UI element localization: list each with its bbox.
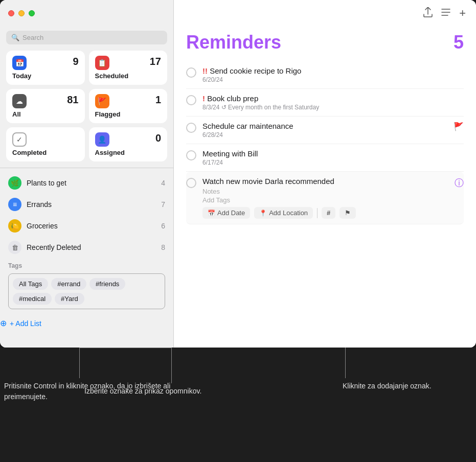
callout-line-left <box>79 348 80 378</box>
flag-icon: 🚩 <box>454 122 464 131</box>
today-label: Today <box>12 72 79 80</box>
minimize-button[interactable] <box>18 10 25 16</box>
reminder-right-3: 🚩 <box>454 122 464 131</box>
add-location-label: Add Location <box>269 209 308 217</box>
tag-yard[interactable]: #Yard <box>55 293 84 305</box>
priority-prefix-1: !! <box>202 66 210 75</box>
reminder-meta-2: 8/3/24 ↺ Every month on the first Saturd… <box>202 104 464 111</box>
errands-count: 7 <box>161 200 165 209</box>
flagged-icon: 🚩 <box>95 94 109 108</box>
share-button[interactable] <box>423 7 433 20</box>
tag-medical[interactable]: #medical <box>13 293 52 305</box>
reminder-right-5: ⓘ <box>455 177 464 189</box>
reminder-meta-1: 6/20/24 <box>202 76 464 83</box>
tag-friends[interactable]: #friends <box>89 278 125 290</box>
tag-errand[interactable]: #errand <box>51 278 86 290</box>
add-list-label: + Add List <box>10 319 41 328</box>
list-item-groceries[interactable]: 🍋 Groceries 6 <box>0 215 173 237</box>
scheduled-label: Scheduled <box>95 72 162 80</box>
main-toolbar: + <box>174 0 476 27</box>
add-reminder-button[interactable]: + <box>459 7 466 20</box>
smart-card-today[interactable]: 📅 9 Today <box>6 51 85 85</box>
deleted-count: 8 <box>161 243 165 251</box>
plants-count: 4 <box>161 179 165 187</box>
reminder-notes-5[interactable]: Notes <box>202 188 448 195</box>
reminder-repeat-2: Every month on the first Saturday <box>228 104 319 111</box>
all-count: 81 <box>67 94 78 106</box>
table-row: Watch new movie Darla recommended Notes … <box>186 172 464 224</box>
sidebar-divider <box>0 168 173 168</box>
callout-line-right <box>345 348 346 378</box>
search-input[interactable]: Search <box>22 34 43 41</box>
smart-card-all[interactable]: ☁ 81 All <box>6 89 85 123</box>
today-count: 9 <box>73 56 78 67</box>
reminder-checkbox-3[interactable] <box>186 123 196 133</box>
reminder-body-5: Watch new movie Darla recommended Notes … <box>202 177 448 219</box>
reminder-text-2: Book club prep <box>207 94 258 103</box>
scheduled-count: 17 <box>150 56 161 67</box>
main-content: + Reminders 5 !! Send cookie recipe to R… <box>174 0 476 348</box>
reminder-meta-3: 6/28/24 <box>202 131 447 138</box>
action-divider <box>317 208 318 218</box>
reminder-checkbox-5[interactable] <box>186 178 196 188</box>
reminder-title-3: Schedule car maintenance <box>202 122 447 130</box>
info-icon[interactable]: ⓘ <box>455 177 464 189</box>
annotation-text-right: Kliknite za dodajanje oznak. <box>343 381 432 391</box>
smart-card-assigned[interactable]: 👤 0 Assigned <box>89 127 168 161</box>
plants-icon: 🌿 <box>8 176 21 190</box>
add-location-button[interactable]: 📍 Add Location <box>254 207 313 219</box>
add-date-button[interactable]: 📅 Add Date <box>202 207 250 219</box>
flagged-label: Flagged <box>95 110 162 118</box>
plants-label: Plants to get <box>27 179 156 187</box>
reminder-checkbox-1[interactable] <box>186 67 196 78</box>
search-bar[interactable]: 🔍 Search <box>6 31 167 44</box>
flagged-count: 1 <box>155 94 161 106</box>
add-flag-button[interactable]: ⚑ <box>339 207 356 219</box>
groceries-icon: 🍋 <box>8 219 21 233</box>
search-icon: 🔍 <box>11 34 19 41</box>
lists-section: 🌿 Plants to get 4 ≡ Errands 7 🍋 Grocerie… <box>0 170 173 348</box>
smart-card-flagged[interactable]: 🚩 1 Flagged <box>89 89 168 123</box>
list-item-plants[interactable]: 🌿 Plants to get 4 <box>0 172 173 194</box>
reminder-body-4: Meeting with Bill 6/17/24 <box>202 149 464 166</box>
list-item-deleted[interactable]: 🗑 Recently Deleted 8 <box>0 237 173 258</box>
add-list-button[interactable]: ⊕ + Add List <box>0 315 173 331</box>
reminder-text-1: Send cookie recipe to Rigo <box>210 66 301 75</box>
all-icon: ☁ <box>12 94 27 108</box>
smart-card-scheduled[interactable]: 📋 17 Scheduled <box>89 51 168 85</box>
reminder-tags-5[interactable]: Add Tags <box>202 196 448 204</box>
traffic-lights <box>8 10 35 16</box>
reminder-checkbox-2[interactable] <box>186 95 196 105</box>
reminder-title-1: !! Send cookie recipe to Rigo <box>202 66 464 75</box>
groceries-label: Groceries <box>27 222 156 230</box>
reminder-meta-4: 6/17/24 <box>202 159 464 166</box>
completed-icon: ✓ <box>12 132 27 147</box>
add-date-label: Add Date <box>217 209 245 217</box>
table-row: !! Send cookie recipe to Rigo 6/20/24 <box>186 61 464 89</box>
titlebar <box>0 0 173 27</box>
assigned-count: 0 <box>155 132 161 144</box>
add-list-icon: ⊕ <box>0 318 7 328</box>
callout-line-left-h <box>79 348 171 348</box>
close-button[interactable] <box>8 10 14 16</box>
errands-label: Errands <box>27 200 156 209</box>
assigned-label: Assigned <box>95 149 162 156</box>
reminder-repeat-icon: ↺ <box>221 104 228 111</box>
reminder-body-2: ! Book club prep 8/3/24 ↺ Every month on… <box>202 94 464 111</box>
add-tag-button[interactable]: # <box>322 207 335 219</box>
table-row: Meeting with Bill 6/17/24 <box>186 144 464 172</box>
smart-card-completed[interactable]: ✓ Completed <box>6 127 85 161</box>
tags-heading: Tags <box>8 262 165 269</box>
list-item-errands[interactable]: ≡ Errands 7 <box>0 194 173 215</box>
tags-container: All Tags #errand #friends #medical #Yard <box>8 273 165 309</box>
reminder-title-5[interactable]: Watch new movie Darla recommended <box>202 177 448 186</box>
reminder-checkbox-4[interactable] <box>186 150 196 160</box>
list-options-button[interactable] <box>441 8 451 19</box>
reminder-actions-5: 📅 Add Date 📍 Add Location # ⚑ <box>202 207 448 219</box>
tag-all-tags[interactable]: All Tags <box>13 278 48 290</box>
reminders-list: Reminders 5 !! Send cookie recipe to Rig… <box>174 27 476 348</box>
calendar-icon: 📅 <box>208 210 215 217</box>
completed-label: Completed <box>12 149 79 156</box>
maximize-button[interactable] <box>29 10 35 16</box>
sidebar: 🔍 Search 📅 9 Today 📋 17 <box>0 0 174 348</box>
